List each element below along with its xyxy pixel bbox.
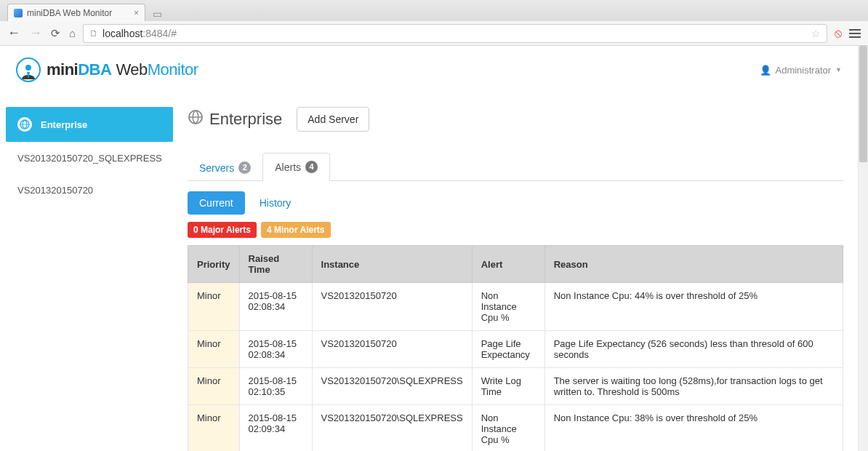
cell-priority: Minor	[188, 283, 240, 331]
adblock-icon[interactable]: ⦸	[835, 27, 842, 40]
cell-instance: VS201320150720\SQLEXPRESS	[312, 368, 472, 405]
col-alert[interactable]: Alert	[472, 246, 544, 283]
subtab-history[interactable]: History	[248, 191, 303, 215]
cell-reason: Non Instance Cpu: 38% is over threshold …	[544, 405, 843, 452]
new-tab-button[interactable]: ▭	[150, 7, 164, 21]
user-icon: 👤	[760, 65, 771, 76]
minor-alerts-badge: 4 Minor Alerts	[261, 222, 331, 238]
logo-icon	[16, 57, 41, 82]
major-alerts-badge: 0 Major Alerts	[188, 222, 257, 238]
cell-raised: 2015-08-15 02:08:34	[239, 283, 312, 331]
page-title: Enterprise	[188, 109, 282, 129]
sidebar-item-server-1[interactable]: VS201320150720_SQLEXPRESS	[6, 143, 173, 175]
browser-tab[interactable]: miniDBA Web Monitor ×	[7, 4, 145, 21]
table-row[interactable]: Minor 2015-08-15 02:10:35 VS201320150720…	[188, 368, 843, 405]
favicon-icon	[14, 9, 23, 17]
alert-summary: 0 Major Alerts 4 Minor Alerts	[188, 222, 843, 238]
logo-text-monitor: Monitor	[148, 60, 198, 79]
cell-instance: VS201320150720	[312, 331, 472, 368]
tab-alerts-count: 4	[305, 161, 318, 173]
caret-down-icon: ▼	[835, 66, 842, 73]
sidebar-item-enterprise[interactable]: Enterprise	[6, 107, 173, 143]
back-icon[interactable]: ←	[7, 25, 20, 41]
col-priority[interactable]: Priority	[188, 246, 240, 283]
app-header: miniDBAWebMonitor 👤 Administrator ▼	[0, 46, 858, 92]
browser-tab-title: miniDBA Web Monitor	[27, 8, 112, 18]
cell-raised: 2015-08-15 02:10:35	[239, 368, 312, 405]
home-icon[interactable]: ⌂	[69, 27, 76, 39]
url-path: :8484/#	[142, 28, 177, 39]
col-raised[interactable]: Raised Time	[239, 246, 312, 283]
tab-close-icon[interactable]: ×	[134, 8, 139, 18]
cell-reason: Page Life Expectancy (526 seconds) less …	[544, 331, 843, 368]
logo-text-dba: DBA	[78, 60, 111, 79]
cell-alert: Non Instance Cpu %	[472, 283, 544, 331]
subtab-bar: Current History	[188, 181, 843, 222]
page-title-text: Enterprise	[209, 110, 282, 129]
cell-raised: 2015-08-15 02:09:34	[239, 405, 312, 452]
alerts-table: Priority Raised Time Instance Alert Reas…	[188, 245, 843, 451]
browser-tab-strip: miniDBA Web Monitor × ▭	[0, 0, 868, 21]
tab-label: Servers	[199, 162, 234, 174]
sidebar-item-label: Enterprise	[41, 119, 87, 130]
svg-point-0	[25, 65, 31, 71]
user-menu[interactable]: 👤 Administrator ▼	[760, 65, 843, 76]
sidebar: Enterprise VS201320150720_SQLEXPRESS VS2…	[0, 107, 173, 207]
cell-priority: Minor	[188, 405, 240, 452]
table-row[interactable]: Minor 2015-08-15 02:08:34 VS201320150720…	[188, 283, 843, 331]
col-instance[interactable]: Instance	[312, 246, 472, 283]
sidebar-item-label: VS201320150720_SQLEXPRESS	[17, 153, 162, 164]
cell-instance: VS201320150720	[312, 283, 472, 331]
cell-reason: Non Instance Cpu: 44% is over threshold …	[544, 283, 843, 331]
globe-icon	[17, 117, 32, 132]
sidebar-item-label: VS201320150720	[17, 185, 93, 196]
logo-text-web: Web	[116, 60, 147, 79]
table-row[interactable]: Minor 2015-08-15 02:09:34 VS201320150720…	[188, 405, 843, 452]
cell-alert: Non Instance Cpu %	[472, 405, 544, 452]
user-label: Administrator	[776, 65, 832, 76]
page-icon: 🗋	[89, 28, 98, 39]
scrollbar-thumb[interactable]	[859, 46, 867, 162]
cell-priority: Minor	[188, 368, 240, 405]
vertical-scrollbar[interactable]	[858, 46, 868, 451]
subtab-current[interactable]: Current	[188, 191, 245, 215]
cell-priority: Minor	[188, 331, 240, 368]
logo-text-mini: mini	[47, 60, 78, 79]
tab-bar: Servers 2 Alerts 4	[188, 152, 843, 181]
reload-icon[interactable]: ⟳	[51, 27, 60, 40]
table-row[interactable]: Minor 2015-08-15 02:08:34 VS201320150720…	[188, 331, 843, 368]
tab-servers[interactable]: Servers 2	[188, 154, 262, 181]
address-bar[interactable]: 🗋 localhost:8484/# ☆	[83, 24, 827, 43]
page-viewport: miniDBAWebMonitor 👤 Administrator ▼ Ente…	[0, 46, 858, 451]
globe-icon	[188, 109, 204, 129]
tab-label: Alerts	[275, 161, 301, 173]
cell-reason: The server is waiting too long (528ms),f…	[544, 368, 843, 405]
browser-menu-icon[interactable]	[849, 29, 861, 38]
app-logo[interactable]: miniDBAWebMonitor	[16, 57, 198, 82]
cell-raised: 2015-08-15 02:08:34	[239, 331, 312, 368]
add-server-button[interactable]: Add Server	[297, 107, 369, 132]
bookmark-star-icon[interactable]: ☆	[811, 28, 821, 39]
tab-alerts[interactable]: Alerts 4	[262, 153, 330, 181]
sidebar-item-server-2[interactable]: VS201320150720	[6, 175, 173, 207]
col-reason[interactable]: Reason	[544, 246, 843, 283]
cell-alert: Write Log Time	[472, 368, 544, 405]
url-host: localhost	[103, 28, 142, 39]
main-content: Enterprise Add Server Servers 2 Alerts 4	[173, 107, 858, 451]
cell-instance: VS201320150720\SQLEXPRESS	[312, 405, 472, 452]
forward-icon: →	[29, 25, 42, 41]
browser-toolbar: ← → ⟳ ⌂ 🗋 localhost:8484/# ☆ ⦸	[0, 21, 868, 46]
cell-alert: Page Life Expectancy	[472, 331, 544, 368]
tab-servers-count: 2	[238, 161, 251, 174]
table-header-row: Priority Raised Time Instance Alert Reas…	[188, 246, 843, 283]
